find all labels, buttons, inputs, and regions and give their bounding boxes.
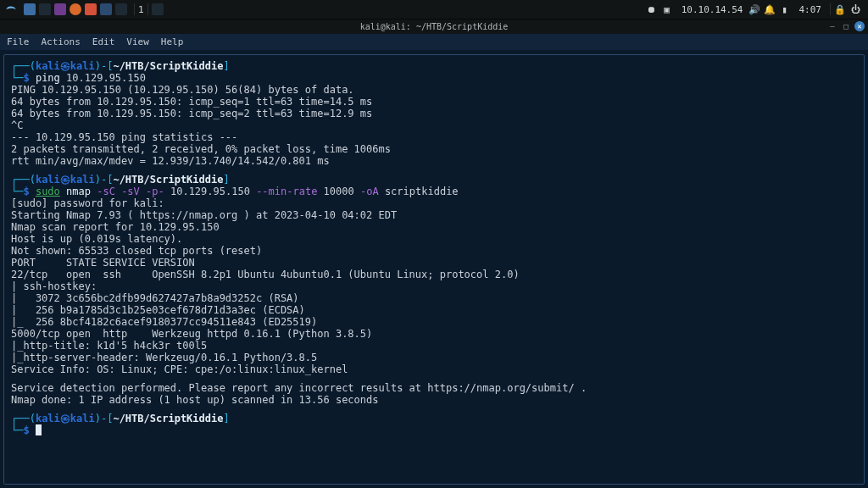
workspace-left-icon[interactable] [115, 3, 127, 15]
ping-output: 64 bytes from 10.129.95.150: icmp_seq=2 … [11, 108, 857, 119]
file-manager-icon[interactable] [24, 3, 36, 15]
nmap-flag: -sV [121, 186, 140, 197]
prompt-host: kali [70, 60, 95, 72]
nmap-output: Nmap scan report for 10.129.95.150 [11, 221, 857, 233]
nmap-flag: -oA [360, 186, 379, 197]
menu-edit[interactable]: Edit [92, 36, 115, 47]
menubar: File Actions Edit View Help [0, 34, 868, 51]
minimize-button[interactable]: — [827, 21, 837, 31]
nmap-output: 22/tcp open ssh OpenSSH 8.2p1 Ubuntu 4ub… [11, 269, 857, 280]
nmap-output: Host is up (0.019s latency). [11, 233, 857, 245]
cmd-ping: ping [36, 72, 60, 84]
prompt-user: kali [36, 174, 60, 186]
network-icon[interactable]: ▣ [661, 3, 673, 15]
firefox-icon[interactable] [70, 3, 81, 15]
menu-file[interactable]: File [7, 36, 30, 47]
prompt-corner2: └─ [11, 72, 23, 84]
prompt-cwd: ~/HTB/ScriptKiddie [113, 413, 223, 424]
prompt-dollar: $ [23, 424, 29, 436]
workspace-right-icon[interactable] [152, 3, 164, 15]
nmap-flag: -sC [97, 186, 115, 197]
ping-output: rtt min/avg/max/mdev = 12.939/13.740/14.… [11, 155, 857, 167]
desktop-panel: 1 ⏺ ▣ 10.10.14.54 🔊 🔔 ▮ 4:07 🔒 ⏻ [0, 0, 868, 19]
cmd-sudo: sudo [36, 186, 60, 197]
ping-output: 64 bytes from 10.129.95.150: icmp_seq=1 … [11, 96, 857, 108]
prompt-mid: )-[ [95, 174, 114, 186]
nmap-rate: 10000 [324, 186, 354, 197]
window-titlebar[interactable]: kali@kali: ~/HTB/ScriptKiddie — □ ✕ [0, 19, 868, 34]
ping-output: --- 10.129.95.150 ping statistics --- [11, 131, 857, 143]
nmap-output: |_http-server-header: Werkzeug/0.16.1 Py… [11, 352, 857, 363]
terminal[interactable]: ┌──(kali㉿kali)-[~/HTB/ScriptKiddie] └─$ … [3, 54, 865, 485]
prompt-cwd: ~/HTB/ScriptKiddie [113, 174, 223, 186]
prompt-corner: ┌──( [11, 413, 36, 424]
workspace-number[interactable]: 1 [138, 4, 144, 15]
notification-icon[interactable]: 🔔 [764, 3, 776, 15]
terminal-cursor [36, 424, 42, 435]
nmap-output: | ssh-hostkey: [11, 280, 857, 292]
ping-output: 2 packets transmitted, 2 received, 0% pa… [11, 143, 857, 155]
close-button[interactable]: ✕ [854, 21, 865, 31]
cmd-nmap: nmap [66, 186, 91, 197]
nmap-output: 5000/tcp open http Werkzeug httpd 0.16.1… [11, 328, 857, 340]
prompt-at: ㉿ [60, 174, 70, 186]
prompt-corner2: └─ [11, 424, 23, 436]
window-title: kali@kali: ~/HTB/ScriptKiddie [360, 22, 509, 31]
clock[interactable]: 4:07 [799, 4, 822, 15]
prompt-dollar: $ [23, 186, 29, 197]
prompt-corner2: └─ [11, 186, 23, 197]
prompt-close: ] [223, 413, 229, 424]
prompt-corner: ┌──( [11, 60, 36, 72]
menu-view[interactable]: View [126, 36, 149, 47]
record-icon[interactable]: ⏺ [646, 3, 658, 15]
prompt-close: ] [223, 60, 229, 72]
nmap-output: |_ 256 8bcf4182c6acef9180377cc94511e843 … [11, 316, 857, 328]
editor-icon[interactable] [54, 3, 66, 15]
wireshark-icon[interactable] [100, 3, 112, 15]
prompt-corner: ┌──( [11, 174, 36, 186]
ping-output: PING 10.129.95.150 (10.129.95.150) 56(84… [11, 84, 857, 96]
prompt-mid: )-[ [95, 60, 114, 72]
panel-separator [147, 3, 148, 15]
sound-icon[interactable]: 🔊 [748, 3, 760, 15]
nmap-host: 10.129.95.150 [170, 186, 250, 197]
lock-icon[interactable]: 🔒 [834, 3, 846, 15]
nmap-output: | 256 b9a1785d3c1b25e03cef678d71d3a3ec (… [11, 304, 857, 316]
battery-icon[interactable]: ▮ [779, 3, 791, 15]
nmap-output: [sudo] password for kali: [11, 197, 857, 209]
menu-help[interactable]: Help [161, 36, 184, 47]
nmap-flag: --min-rate [256, 186, 317, 197]
nmap-output: PORT STATE SERVICE VERSION [11, 257, 857, 269]
prompt-close: ] [223, 174, 229, 186]
power-icon[interactable]: ⏻ [849, 3, 861, 15]
nmap-output: Starting Nmap 7.93 ( https://nmap.org ) … [11, 209, 857, 221]
prompt-user: kali [36, 60, 60, 72]
nmap-output: Service detection performed. Please repo… [11, 382, 857, 394]
prompt-user: kali [36, 413, 60, 424]
maximize-button[interactable]: □ [841, 21, 851, 31]
ping-output: ^C [11, 119, 857, 131]
burp-icon[interactable] [85, 3, 97, 15]
vpn-ip: 10.10.14.54 [682, 4, 743, 15]
prompt-at: ㉿ [60, 60, 70, 72]
nmap-output: |_http-title: k1d'5 h4ck3r t00l5 [11, 340, 857, 352]
panel-separator [134, 3, 135, 15]
nmap-output: | 3072 3c656bc2dfb99d627427a7b8a9d3252c … [11, 292, 857, 304]
prompt-host: kali [70, 413, 95, 424]
prompt-dollar: $ [23, 72, 29, 84]
panel-separator [830, 3, 831, 15]
nmap-out: scriptkiddie [385, 186, 459, 197]
nmap-output: Nmap done: 1 IP address (1 host up) scan… [11, 394, 857, 406]
cmd-ping-args: 10.129.95.150 [66, 72, 146, 84]
kali-menu-icon[interactable] [3, 3, 19, 15]
nmap-output: Service Info: OS: Linux; CPE: cpe:/o:lin… [11, 363, 857, 375]
terminal-icon[interactable] [39, 3, 51, 15]
prompt-at: ㉿ [60, 413, 70, 424]
menu-actions[interactable]: Actions [42, 36, 81, 47]
nmap-output: Not shown: 65533 closed tcp ports (reset… [11, 245, 857, 257]
prompt-mid: )-[ [95, 413, 114, 424]
prompt-host: kali [70, 174, 95, 186]
prompt-cwd: ~/HTB/ScriptKiddie [113, 60, 223, 72]
nmap-flag: -p- [146, 186, 164, 197]
